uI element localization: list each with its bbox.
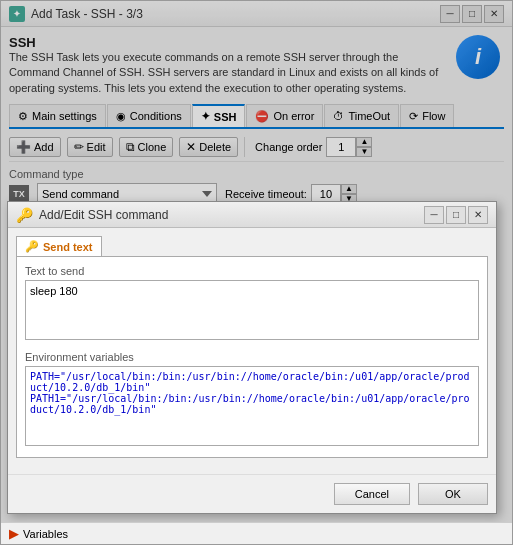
send-text-tab[interactable]: 🔑 Send text — [16, 236, 102, 256]
modal-title-left: 🔑 Add/Edit SSH command — [16, 207, 168, 223]
text-to-send-label: Text to send — [25, 265, 479, 277]
variables-bar: ▶ Variables — [1, 522, 512, 544]
modal-footer: Cancel OK — [8, 474, 496, 513]
env-variables-input[interactable]: PATH="/usr/local/bin:/bin:/usr/bin://hom… — [25, 366, 479, 446]
text-to-send-input[interactable]: sleep 180 — [25, 280, 479, 340]
modal-close-btn[interactable]: ✕ — [468, 206, 488, 224]
main-window: ✦ Add Task - SSH - 3/3 ─ □ ✕ SSH The SSH… — [0, 0, 513, 545]
send-text-tab-icon: 🔑 — [25, 240, 39, 253]
modal-overlay: 🔑 Add/Edit SSH command ─ □ ✕ 🔑 Send text — [1, 1, 512, 544]
ok-button[interactable]: OK — [418, 483, 488, 505]
env-variables-label: Environment variables — [25, 351, 479, 363]
modal-minimize-btn[interactable]: ─ — [424, 206, 444, 224]
modal-title-text: Add/Edit SSH command — [39, 208, 168, 222]
variables-icon: ▶ — [9, 526, 19, 541]
modal-title-icon: 🔑 — [16, 207, 33, 223]
modal-controls: ─ □ ✕ — [424, 206, 488, 224]
send-text-tab-content: Text to send sleep 180 Environment varia… — [16, 256, 488, 458]
modal-maximize-btn[interactable]: □ — [446, 206, 466, 224]
send-text-tab-label: Send text — [43, 241, 93, 253]
modal-title-bar: 🔑 Add/Edit SSH command ─ □ ✕ — [8, 202, 496, 228]
cancel-button[interactable]: Cancel — [334, 483, 410, 505]
variables-label: Variables — [23, 528, 68, 540]
modal-body: 🔑 Send text Text to send sleep 180 Envir… — [8, 228, 496, 474]
modal: 🔑 Add/Edit SSH command ─ □ ✕ 🔑 Send text — [7, 201, 497, 514]
